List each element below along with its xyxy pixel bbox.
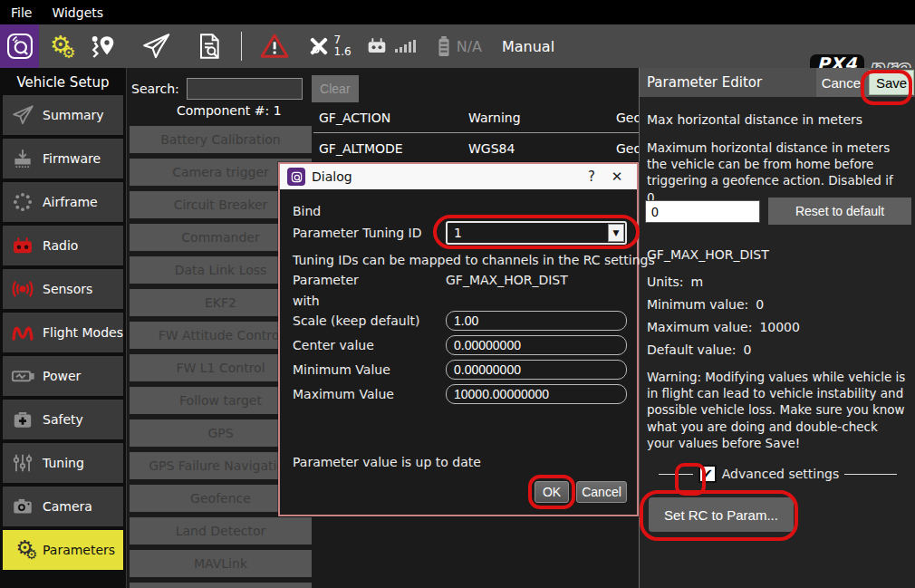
qgroundcontrol-window: File Widgets ⚙⚙: [0, 0, 915, 588]
tuning-id-label: Parameter Tuning ID: [293, 226, 421, 240]
table-row[interactable]: GF_ACTION Warning Geof: [313, 102, 639, 133]
minimum-value-input[interactable]: [446, 360, 627, 380]
sidebar-item-label: Parameters: [43, 543, 115, 557]
param-group: Geof: [616, 141, 639, 156]
sidebar-item-sensors[interactable]: Sensors: [3, 269, 123, 309]
bind-label: Bind: [293, 204, 321, 218]
rc-rssi-button[interactable]: [357, 24, 429, 68]
group-land-detector[interactable]: Land Detector: [130, 517, 312, 545]
dotted-circle-icon: [3, 190, 43, 214]
sidebar-item-parameters[interactable]: ⚙⚙ Parameters: [3, 530, 123, 570]
param-group: Geof: [616, 111, 639, 125]
sidebar-item-camera[interactable]: Camera: [3, 487, 123, 526]
sidebar-item-radio[interactable]: Radio: [3, 226, 123, 265]
param-value-input[interactable]: [645, 200, 760, 223]
center-value-input[interactable]: [446, 335, 627, 355]
set-rc-to-param-button[interactable]: Set RC to Param...: [649, 497, 794, 532]
menu-widgets[interactable]: Widgets: [52, 5, 103, 20]
help-button[interactable]: ?: [579, 169, 604, 185]
toolbar-divider: [241, 32, 242, 61]
param-name-label: GF_MAX_HOR_DIST: [647, 247, 769, 262]
with-label: with: [293, 294, 320, 308]
tuning-id-dropdown[interactable]: 1 ▼: [446, 221, 627, 245]
sidebar-item-power[interactable]: Power: [3, 356, 123, 396]
editor-cancel-button[interactable]: Cancel: [816, 68, 869, 97]
default-value-row: Default value:0: [647, 342, 751, 357]
dialog-cancel-button[interactable]: Cancel: [576, 481, 627, 503]
reset-to-default-button[interactable]: Reset to default: [768, 198, 911, 225]
clear-button[interactable]: Clear: [312, 75, 359, 102]
parameter-name-value: GF_MAX_HOR_DIST: [446, 273, 568, 287]
scale-label: Scale (keep default): [293, 313, 419, 328]
table-row[interactable]: GF_ALTMODE WGS84 Geof: [313, 133, 639, 164]
param-value: Warning: [468, 111, 616, 125]
chevron-down-icon[interactable]: ▼: [608, 224, 624, 242]
waypoint-pin-icon: [89, 31, 118, 62]
advanced-settings-checkbox[interactable]: ✔: [698, 465, 717, 483]
sidebar-item-label: Summary: [43, 108, 104, 122]
gears-icon: ⚙⚙: [3, 538, 43, 562]
group-partial[interactable]: [130, 583, 312, 588]
fly-tab[interactable]: [129, 24, 183, 68]
parameter-editor-panel: Parameter Editor Cancel Save Max horizon…: [639, 68, 915, 588]
close-button[interactable]: ✕: [604, 169, 630, 185]
divider-line: [844, 474, 897, 475]
param-value: WGS84: [468, 141, 616, 156]
plan-tab[interactable]: [78, 24, 129, 68]
sidebar-item-summary[interactable]: Summary: [3, 95, 123, 135]
gps-hdop: 1.6: [334, 46, 352, 58]
dialog-titlebar[interactable]: Dialog ? ✕: [280, 164, 637, 189]
ok-button[interactable]: OK: [535, 481, 569, 503]
warning-triangle-icon: [260, 32, 289, 61]
minimum-value-row: Minimum value:0: [647, 297, 764, 312]
vehicle-setup-tab[interactable]: ⚙⚙: [39, 24, 78, 68]
search-input[interactable]: [187, 78, 303, 100]
sidebar-item-label: Camera: [43, 499, 92, 514]
sidebar-item-tuning[interactable]: Tuning: [3, 443, 123, 483]
sidebar-item-label: Airframe: [43, 195, 98, 209]
maximum-value-row: Maximum value:10000: [647, 320, 800, 334]
gps-status-button[interactable]: 7 1.6: [300, 24, 357, 68]
advanced-settings-label: Advanced settings: [722, 467, 839, 481]
first-aid-kit-icon: [3, 408, 43, 431]
divider-line: [659, 474, 693, 475]
sidebar-item-airframe[interactable]: Airframe: [3, 182, 123, 222]
menu-file[interactable]: File: [11, 5, 32, 20]
sidebar-item-flight-modes[interactable]: Flight Modes: [3, 313, 123, 352]
qgc-logo-button[interactable]: [0, 24, 39, 68]
scale-input[interactable]: [446, 311, 627, 331]
dialog-body: Bind Parameter Tuning ID 1 ▼ Tuning IDs …: [280, 189, 637, 515]
sidebar-item-label: Sensors: [43, 282, 92, 296]
qgc-dialog-icon: [287, 168, 305, 186]
sidebar-item-label: Safety: [43, 412, 83, 427]
editor-save-button[interactable]: Save: [869, 70, 914, 95]
param-long-description: Maximum horizontal distance in meters th…: [647, 140, 908, 206]
group-battery-calibration[interactable]: Battery Calibration: [130, 126, 312, 153]
paper-plane-icon: [140, 31, 172, 62]
menubar: File Widgets: [0, 0, 915, 24]
group-mavlink[interactable]: MAVLink: [130, 550, 312, 577]
firmware-download-icon: [3, 147, 43, 170]
parameter-editor-header: Parameter Editor Cancel Save: [640, 68, 915, 97]
center-value-label: Center value: [293, 338, 374, 352]
sidebar-item-safety[interactable]: Safety: [3, 400, 123, 439]
maximum-value-label: Maximum Value: [293, 387, 394, 401]
param-name: GF_ACTION: [319, 111, 468, 125]
param-short-description: Max horizontal distance in meters: [647, 111, 908, 129]
rc-transmitter-icon: [3, 233, 43, 258]
parameter-label: Parameter: [293, 273, 359, 287]
log-document-icon: [194, 31, 223, 62]
gears-icon: ⚙⚙: [50, 33, 67, 61]
battery-icon: [434, 34, 454, 59]
vehicle-messages-button[interactable]: [249, 24, 300, 68]
maximum-value-input[interactable]: [446, 384, 627, 404]
flight-mode-button[interactable]: Manual: [502, 38, 554, 55]
analyze-tab[interactable]: [183, 24, 234, 68]
battery-value: N/A: [457, 38, 482, 55]
sidebar-item-label: Tuning: [43, 456, 84, 470]
battery-status-button[interactable]: N/A: [429, 24, 487, 68]
paper-plane-icon: [3, 103, 43, 127]
tuning-note: Tuning IDs can be mapped to channels in …: [293, 253, 655, 267]
sidebar-item-firmware[interactable]: Firmware: [3, 139, 123, 178]
signal-bars-icon: [395, 40, 416, 53]
